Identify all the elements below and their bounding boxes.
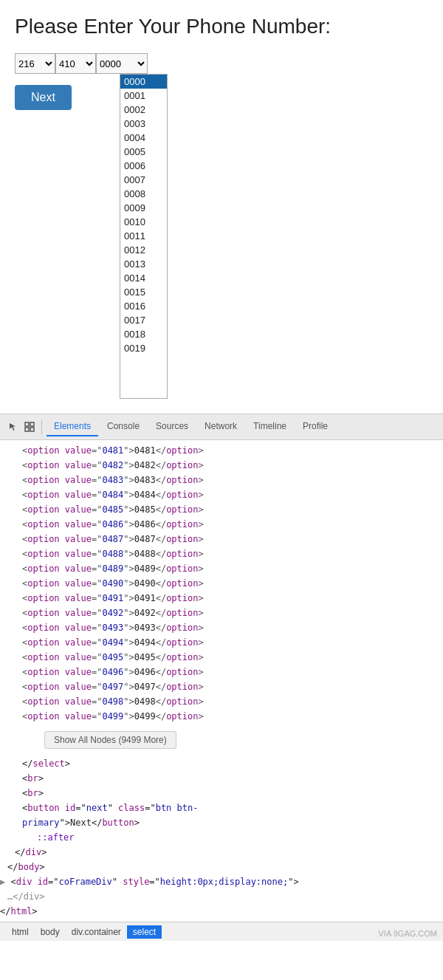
- code-line: <option value="0482">0482</option>: [0, 458, 443, 473]
- code-line-body-close: </body>: [0, 860, 443, 874]
- breadcrumb-html[interactable]: html: [6, 925, 35, 939]
- cursor-icon[interactable]: [6, 419, 21, 434]
- code-line: <option value="0492">0492</option>: [0, 606, 443, 620]
- dropdown-item-0005[interactable]: 0005: [120, 145, 167, 159]
- dropdown-list[interactable]: 0000 0001 0002 0003 0004 0005 0006 0007 …: [120, 74, 168, 399]
- tab-timeline[interactable]: Timeline: [246, 417, 294, 436]
- breadcrumb-bar: html body div.container select VIA 9GAG.…: [0, 922, 443, 941]
- dropdown-item-0016[interactable]: 0016: [120, 299, 167, 313]
- watermark: VIA 9GAG.COM: [379, 929, 437, 938]
- dropdown-item-0017[interactable]: 0017: [120, 313, 167, 327]
- dropdown-item-0014[interactable]: 0014: [120, 271, 167, 285]
- breadcrumb-select[interactable]: select: [127, 925, 162, 939]
- phone-controls-row: 216 410 0000 0000 0001 0002 0003 0004 00…: [15, 53, 428, 74]
- dropdown-item-0007[interactable]: 0007: [120, 173, 167, 187]
- code-line: <option value="0494">0494</option>: [0, 635, 443, 650]
- code-line: <option value="0486">0486</option>: [0, 517, 443, 532]
- area-code-2-select[interactable]: 410: [55, 53, 96, 74]
- dropdown-item-0000[interactable]: 0000: [120, 75, 167, 89]
- code-line: <option value="0481">0481</option>: [0, 443, 443, 458]
- code-line: <option value="0495">0495</option>: [0, 650, 443, 665]
- area-code-1-select[interactable]: 216: [15, 53, 55, 74]
- svg-rect-3: [30, 428, 34, 431]
- devtools-code-area: <option value="0481">0481</option> <opti…: [0, 440, 443, 922]
- dropdown-item-0006[interactable]: 0006: [120, 159, 167, 173]
- dropdown-item-0018[interactable]: 0018: [120, 327, 167, 341]
- show-all-nodes-button[interactable]: Show All Nodes (9499 More): [44, 731, 176, 749]
- code-line: <option value="0485">0485</option>: [0, 502, 443, 517]
- code-line: <option value="0490">0490</option>: [0, 576, 443, 591]
- code-line: <option value="0498">0498</option>: [0, 694, 443, 709]
- svg-rect-2: [25, 428, 29, 431]
- dropdown-item-0001[interactable]: 0001: [120, 89, 167, 103]
- code-line-div-close: </div>: [0, 845, 443, 860]
- dropdown-item-0019[interactable]: 0019: [120, 341, 167, 355]
- code-view: <option value="0481">0481</option> <opti…: [0, 440, 443, 922]
- inspect-icon[interactable]: [22, 419, 37, 434]
- code-line: <option value="0484">0484</option>: [0, 487, 443, 502]
- code-line-ellipsis: …</div>: [0, 889, 443, 904]
- code-line-button-2: primary">Next</button>: [0, 815, 443, 830]
- code-line: <option value="0487">0487</option>: [0, 532, 443, 546]
- next-button[interactable]: Next: [15, 85, 72, 110]
- last-part-select[interactable]: 0000: [96, 53, 148, 74]
- tab-network[interactable]: Network: [197, 417, 244, 436]
- code-line-select-close: </select>: [0, 756, 443, 771]
- dropdown-item-0009[interactable]: 0009: [120, 201, 167, 215]
- phone-form-section: Please Enter Your Phone Number: 216 410 …: [0, 0, 443, 414]
- svg-rect-0: [25, 422, 29, 426]
- code-line: <option value="0493">0493</option>: [0, 620, 443, 635]
- code-line-html-close: </html>: [0, 904, 443, 919]
- tab-sources[interactable]: Sources: [148, 417, 196, 436]
- dropdown-item-0012[interactable]: 0012: [120, 243, 167, 257]
- devtools-panel: Elements Console Sources Network Timelin…: [0, 414, 443, 941]
- dropdown-item-0002[interactable]: 0002: [120, 103, 167, 117]
- dropdown-item-0003[interactable]: 0003: [120, 117, 167, 131]
- code-line-coframediv: ▶ <div id="coFrameDiv" style="height:0px…: [0, 874, 443, 889]
- dropdown-item-0008[interactable]: 0008: [120, 187, 167, 201]
- show-all-nodes-container: Show All Nodes (9499 More): [0, 724, 443, 756]
- code-line: <option value="0497">0497</option>: [0, 679, 443, 694]
- code-line: <option value="0499">0499</option>: [0, 709, 443, 724]
- dropdown-item-0010[interactable]: 0010: [120, 215, 167, 229]
- dropdown-item-0013[interactable]: 0013: [120, 257, 167, 271]
- tab-elements[interactable]: Elements: [47, 417, 98, 436]
- code-line: <option value="0491">0491</option>: [0, 591, 443, 606]
- code-line-after: ::after: [0, 830, 443, 845]
- breadcrumb-div-container[interactable]: div.container: [66, 925, 127, 939]
- code-line: <option value="0488">0488</option>: [0, 546, 443, 561]
- code-line: <option value="0483">0483</option>: [0, 473, 443, 487]
- toolbar-separator: [41, 419, 42, 434]
- devtools-toolbar: Elements Console Sources Network Timelin…: [0, 414, 443, 440]
- code-line: <option value="0489">0489</option>: [0, 561, 443, 576]
- code-line-br2: <br>: [0, 786, 443, 801]
- dropdown-item-0011[interactable]: 0011: [120, 229, 167, 243]
- code-line-br1: <br>: [0, 771, 443, 786]
- dropdown-item-0015[interactable]: 0015: [120, 285, 167, 299]
- code-line: <option value="0496">0496</option>: [0, 665, 443, 679]
- breadcrumb-body[interactable]: body: [35, 925, 66, 939]
- page-title: Please Enter Your Phone Number:: [15, 15, 428, 38]
- tab-console[interactable]: Console: [100, 417, 147, 436]
- dropdown-item-0004[interactable]: 0004: [120, 131, 167, 145]
- code-line-button: <button id="next" class="btn btn-: [0, 801, 443, 815]
- tab-profile[interactable]: Profile: [295, 417, 335, 436]
- svg-rect-1: [30, 422, 34, 426]
